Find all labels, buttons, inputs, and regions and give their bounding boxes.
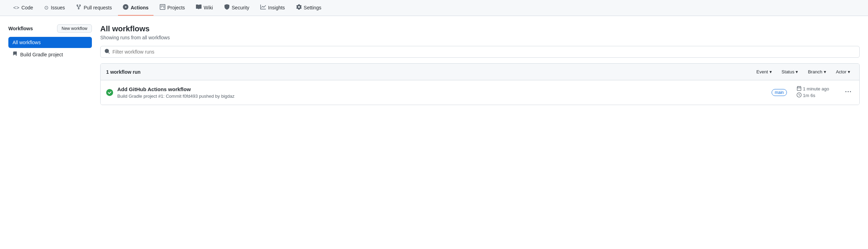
- sidebar-item-label-gradle: Build Gradle project: [20, 52, 63, 57]
- duration-text: 1m 6s: [803, 93, 815, 98]
- nav-item-issues[interactable]: ⊙ Issues: [39, 0, 70, 16]
- nav-label-code: Code: [22, 5, 33, 10]
- nav-label-projects: Projects: [167, 5, 185, 10]
- workflow-branch: main: [766, 89, 792, 96]
- branch-filter-label: Branch: [808, 69, 822, 74]
- search-icon: [104, 49, 110, 55]
- page-subtitle: Showing runs from all workflows: [100, 35, 860, 40]
- workflow-info: Add GitHub Actions workflow Build Gradle…: [117, 86, 762, 99]
- nav-item-actions[interactable]: Actions: [118, 0, 153, 16]
- sidebar-item-build-gradle[interactable]: Build Gradle project: [8, 49, 92, 60]
- content-area: All workflows Showing runs from all work…: [100, 24, 860, 237]
- status-filter-label: Status: [782, 69, 795, 74]
- nav-item-wiki[interactable]: Wiki: [191, 0, 218, 16]
- event-filter-label: Event: [756, 69, 768, 74]
- workflow-name[interactable]: Add GitHub Actions workflow: [117, 86, 762, 92]
- header-filters: Event ▾ Status ▾ Branch ▾ Actor ▾: [753, 68, 854, 76]
- code-icon: <>: [13, 5, 19, 10]
- time-ago-text: 1 minute ago: [803, 86, 829, 91]
- status-icon-success: [106, 89, 113, 96]
- sidebar-item-label-all: All workflows: [13, 40, 41, 45]
- nav-item-settings[interactable]: Settings: [291, 0, 326, 16]
- nav-item-code[interactable]: <> Code: [8, 0, 38, 15]
- nav-item-security[interactable]: Security: [219, 0, 254, 16]
- workflow-meta: Build Gradle project #1: Commit f0fd493 …: [117, 94, 762, 99]
- more-options-button[interactable]: [843, 88, 854, 97]
- actions-icon: [123, 4, 128, 11]
- event-filter-chevron: ▾: [770, 69, 772, 74]
- top-nav: <> Code ⊙ Issues Pull requests Actions P…: [0, 0, 868, 16]
- actor-filter-chevron: ▾: [848, 69, 850, 74]
- filter-input[interactable]: [100, 46, 860, 58]
- nav-label-pull-requests: Pull requests: [84, 5, 112, 10]
- workflow-count: 1 workflow run: [106, 69, 141, 75]
- sidebar-item-all-workflows[interactable]: All workflows: [8, 37, 92, 48]
- status-filter-dropdown[interactable]: Status ▾: [778, 68, 802, 76]
- workflow-icon: [13, 51, 17, 57]
- nav-label-wiki: Wiki: [204, 5, 213, 10]
- sidebar-title: Workflows: [8, 26, 33, 31]
- table-row: Add GitHub Actions workflow Build Gradle…: [101, 80, 859, 105]
- nav-label-security: Security: [232, 5, 250, 10]
- calendar-icon: [797, 86, 802, 92]
- wiki-icon: [196, 4, 202, 11]
- nav-item-projects[interactable]: Projects: [155, 0, 190, 16]
- branch-filter-dropdown[interactable]: Branch ▾: [804, 68, 829, 76]
- clock-icon: [797, 93, 802, 98]
- time-ago-line: 1 minute ago: [797, 86, 838, 92]
- status-filter-chevron: ▾: [796, 69, 798, 74]
- branch-filter-chevron: ▾: [824, 69, 826, 74]
- sidebar-header: Workflows New workflow: [8, 24, 92, 33]
- nav-label-settings: Settings: [304, 5, 322, 10]
- security-icon: [224, 4, 230, 11]
- workflow-time: 1 minute ago 1m 6s: [797, 86, 838, 99]
- duration-line: 1m 6s: [797, 93, 838, 98]
- filter-container: [100, 46, 860, 58]
- nav-item-insights[interactable]: Insights: [255, 0, 290, 16]
- projects-icon: [160, 4, 165, 11]
- actor-filter-label: Actor: [836, 69, 846, 74]
- insights-icon: [260, 4, 266, 11]
- event-filter-dropdown[interactable]: Event ▾: [753, 68, 775, 76]
- svg-point-0: [106, 89, 113, 96]
- settings-icon: [296, 4, 302, 11]
- nav-label-insights: Insights: [268, 5, 285, 10]
- nav-label-actions: Actions: [131, 5, 148, 10]
- issues-icon: ⊙: [44, 5, 49, 11]
- workflow-table-header: 1 workflow run Event ▾ Status ▾ Branch ▾: [101, 64, 859, 80]
- nav-label-issues: Issues: [51, 5, 65, 10]
- main-container: Workflows New workflow All workflows Bui…: [0, 16, 868, 245]
- pull-requests-icon: [76, 4, 81, 11]
- nav-item-pull-requests[interactable]: Pull requests: [71, 0, 117, 16]
- new-workflow-button[interactable]: New workflow: [57, 24, 92, 33]
- sidebar: Workflows New workflow All workflows Bui…: [8, 24, 92, 237]
- actor-filter-dropdown[interactable]: Actor ▾: [833, 68, 854, 76]
- branch-badge[interactable]: main: [772, 89, 787, 96]
- workflow-table: 1 workflow run Event ▾ Status ▾ Branch ▾: [100, 63, 860, 105]
- page-title: All workflows: [100, 24, 860, 33]
